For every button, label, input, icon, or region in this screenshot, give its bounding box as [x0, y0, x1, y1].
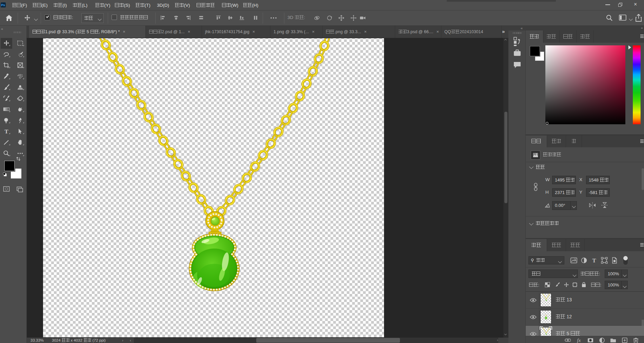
svg-text:T: T: [592, 257, 596, 264]
svg-text:fx: fx: [577, 338, 581, 343]
svg-text:T: T: [4, 128, 8, 134]
